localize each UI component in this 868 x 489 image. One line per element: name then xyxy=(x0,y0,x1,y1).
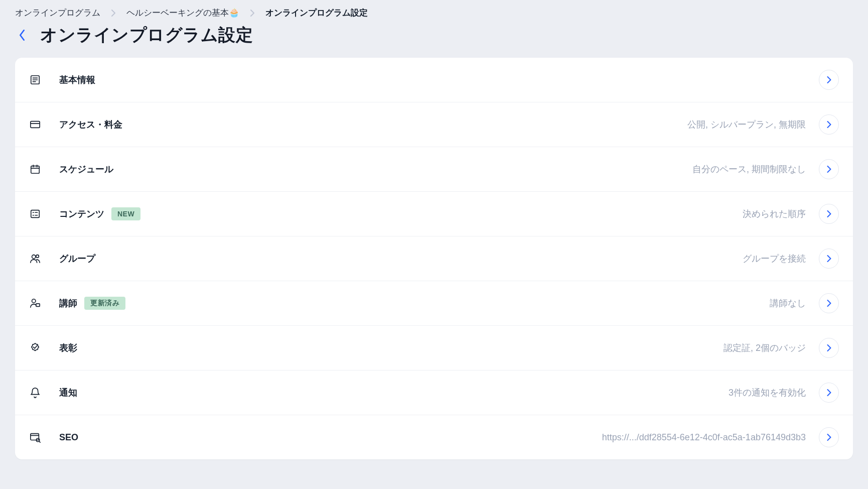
row-label: スケジュール xyxy=(59,163,113,175)
row-label: コンテンツ xyxy=(59,208,104,220)
row-label: 講師 xyxy=(59,297,77,309)
updated-badge: 更新済み xyxy=(84,297,125,310)
row-label: グループ xyxy=(59,253,95,265)
row-access[interactable]: アクセス・料金 公開, シルバープラン, 無期限 xyxy=(15,102,853,147)
row-label: 表彰 xyxy=(59,342,77,354)
breadcrumb-item-settings: オンラインプログラム設定 xyxy=(265,7,368,19)
seo-icon xyxy=(29,431,41,443)
row-basic[interactable]: 基本情報 xyxy=(15,58,853,102)
row-summary: 3件の通知を有効化 xyxy=(729,387,806,399)
row-seo[interactable]: SEO https://.../ddf28554-6e12-4c0f-ac5a-… xyxy=(15,415,853,459)
users-icon xyxy=(29,253,41,265)
card-icon xyxy=(29,118,41,131)
row-lecturer[interactable]: 講師 更新済み 講師なし xyxy=(15,281,853,326)
chevron-right-icon xyxy=(819,114,839,135)
chevron-right-icon xyxy=(819,293,839,313)
row-notify[interactable]: 通知 3件の通知を有効化 xyxy=(15,371,853,415)
chevron-right-icon xyxy=(819,427,839,447)
row-label: SEO xyxy=(59,432,78,443)
calendar-icon xyxy=(29,163,41,175)
chevron-right-icon xyxy=(819,338,839,358)
row-groups[interactable]: グループ グループを接続 xyxy=(15,236,853,281)
chevron-right-icon xyxy=(819,249,839,269)
row-summary: 自分のペース, 期間制限なし xyxy=(692,163,806,175)
svg-rect-18 xyxy=(36,304,40,307)
row-summary: 公開, シルバープラン, 無期限 xyxy=(687,118,806,131)
chevron-right-icon xyxy=(819,383,839,403)
badge-icon xyxy=(29,342,41,354)
row-contents[interactable]: コンテンツ NEW 決められた順序 xyxy=(15,192,853,236)
svg-rect-19 xyxy=(31,434,39,440)
svg-rect-6 xyxy=(31,166,40,174)
svg-line-22 xyxy=(39,441,40,442)
svg-point-16 xyxy=(36,255,39,258)
svg-point-17 xyxy=(32,299,36,303)
row-summary: 講師なし xyxy=(770,297,806,309)
list-icon xyxy=(29,208,41,220)
bell-icon xyxy=(29,387,41,399)
row-label: 通知 xyxy=(59,387,77,399)
svg-point-15 xyxy=(32,255,36,259)
chevron-right-icon xyxy=(248,9,256,17)
row-summary: グループを接続 xyxy=(743,253,806,265)
row-label: アクセス・料金 xyxy=(59,118,122,131)
breadcrumb: オンラインプログラム ヘルシーベーキングの基本🧁 オンラインプログラム設定 xyxy=(15,7,853,19)
row-schedule[interactable]: スケジュール 自分のペース, 期間制限なし xyxy=(15,147,853,192)
person-icon xyxy=(29,297,41,309)
article-icon xyxy=(29,74,41,86)
row-label: 基本情報 xyxy=(59,74,95,86)
chevron-right-icon xyxy=(109,9,117,17)
svg-rect-4 xyxy=(31,121,40,128)
back-button[interactable] xyxy=(15,28,29,42)
new-badge: NEW xyxy=(111,207,140,220)
page-title: オンラインプログラム設定 xyxy=(40,24,253,47)
row-summary: 決められた順序 xyxy=(743,208,806,220)
chevron-right-icon xyxy=(819,204,839,224)
breadcrumb-item-course[interactable]: ヘルシーベーキングの基本🧁 xyxy=(126,7,239,19)
chevron-right-icon xyxy=(819,70,839,90)
chevron-right-icon xyxy=(819,159,839,179)
row-summary: https://.../ddf28554-6e12-4c0f-ac5a-1ab7… xyxy=(602,432,806,443)
svg-rect-10 xyxy=(31,210,40,218)
breadcrumb-item-programs[interactable]: オンラインプログラム xyxy=(15,7,100,19)
settings-panel: 基本情報 アクセス・料金 公開, シルバープラン, 無期限 スケジュール 自分の… xyxy=(15,58,853,459)
row-summary: 認定証, 2個のバッジ xyxy=(724,342,806,354)
row-awards[interactable]: 表彰 認定証, 2個のバッジ xyxy=(15,326,853,371)
